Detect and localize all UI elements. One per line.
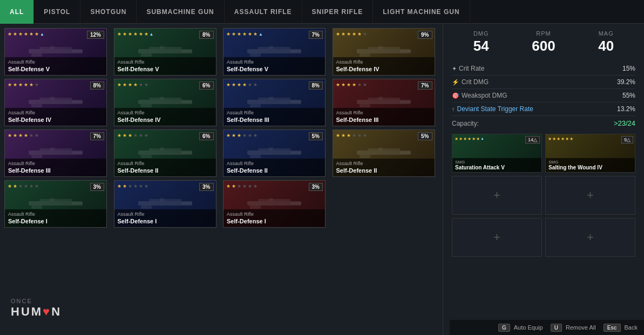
card-type: Assault Rifle (336, 161, 431, 167)
weapon-card[interactable]: ★★★★★★7%Assault Rifle Self-Defense III (4, 129, 107, 177)
weapon-card[interactable]: ★★★★★★6%Assault Rifle Self-Defense II (114, 129, 216, 177)
weapon-card[interactable]: ★★★★★★3%Assault Rifle Self-Defense I (4, 180, 107, 228)
star-filled: ★ (347, 133, 351, 138)
card-name: Self-Defense V (118, 65, 213, 73)
capacity-row: Capacity: >23/24 (452, 116, 635, 131)
svg-rect-16 (368, 47, 400, 49)
svg-rect-18 (400, 50, 411, 52)
star-filled: ★ (237, 133, 241, 138)
rpm-value: 600 (532, 38, 555, 54)
card-name: Self-Defense III (336, 116, 431, 124)
attr-value: 39.2% (617, 78, 635, 86)
capacity-label: Capacity: (452, 120, 479, 127)
svg-rect-1 (39, 47, 72, 49)
card-type: Assault Rifle (8, 59, 103, 65)
mod-star: ★ (463, 136, 467, 141)
svg-rect-17 (360, 53, 370, 57)
top-navigation: ALL PISTOL SHOTGUN SUBMACHINE GUN ASSAUL… (0, 0, 644, 24)
card-name: Self-Defense II (336, 167, 431, 174)
svg-rect-22 (31, 104, 42, 107)
mod-plus-icon: + (587, 188, 594, 202)
card-type: Assault Rifle (118, 59, 213, 65)
weapon-card[interactable]: ★★★★★★5%Assault Rifle Self-Defense II (223, 129, 326, 177)
attribute-row: ↑Deviant State Trigger Rate 13.2% (452, 102, 635, 116)
attr-label: ✦Crit Rate (452, 65, 484, 72)
weapon-card[interactable]: ★★★★★★3%Assault Rifle Self-Defense I (223, 180, 326, 228)
mod-slot[interactable]: + (545, 176, 635, 215)
mod-grid: 14△★★★★★★▲SMG Saturation Attack V9△★★★★★… (452, 134, 635, 257)
card-badge: 8% (199, 31, 213, 39)
weapon-card[interactable]: ★★★★★★8%Assault Rifle Self-Defense III (223, 79, 326, 126)
mod-star: ★ (476, 136, 480, 141)
tab-assault-rifle[interactable]: ASSAULT RIFLE (225, 0, 302, 24)
star-filled: ★ (347, 31, 351, 37)
svg-rect-54 (269, 147, 273, 151)
mod-slot[interactable]: + (452, 218, 542, 257)
star-filled: ★ (13, 82, 17, 87)
mod-slot[interactable]: 9△★★★★★★SMG Salting the Wound IV (545, 134, 635, 173)
card-badge: 9% (418, 31, 432, 39)
logo: ONCE HUM♥N (11, 298, 62, 319)
mag-label: MAG (598, 30, 614, 37)
svg-rect-12 (250, 53, 261, 57)
weapon-card[interactable]: ★★★★★★6%Assault Rifle Self-Defense IV (114, 79, 216, 126)
weapon-card[interactable]: ★★★★★★7%Assault Rifle Self-Defense III (333, 79, 435, 126)
weapon-card[interactable]: ★★★★★★▲7%Assault Rifle Self-Defense V (223, 28, 326, 76)
star-filled: ★ (18, 133, 23, 138)
weapon-card[interactable]: ★★★★★★▲8%Assault Rifle Self-Defense V (114, 28, 216, 76)
tab-light-machine-gun[interactable]: LIGHT MACHINE GUN (373, 0, 470, 24)
weapon-card[interactable]: ★★★★★★3%Assault Rifle Self-Defense I (114, 180, 216, 228)
tab-submachine-gun[interactable]: SUBMACHINE GUN (137, 0, 224, 24)
star-empty: ★ (18, 183, 23, 189)
svg-rect-28 (181, 101, 192, 103)
svg-rect-42 (31, 155, 42, 158)
svg-rect-67 (141, 206, 152, 209)
mod-slot[interactable]: + (452, 176, 542, 215)
card-badge: 7% (90, 132, 104, 140)
card-type: Assault Rifle (336, 59, 431, 65)
tab-sniper-rifle[interactable]: SNIPER RIFLE (302, 0, 374, 24)
attr-label[interactable]: ↑Deviant State Trigger Rate (452, 105, 533, 113)
mod-star: ★ (459, 136, 463, 141)
weapon-card[interactable]: ★★★★★★9%Assault Rifle Self-Defense IV (333, 28, 435, 76)
star-filled: ★ (352, 31, 356, 37)
svg-rect-53 (290, 152, 301, 154)
svg-rect-14 (269, 46, 273, 49)
star-filled: ★ (13, 31, 17, 37)
tab-pistol[interactable]: PISTOL (34, 0, 80, 24)
weapon-card[interactable]: ★★★★★★▲12%Assault Rifle Self-Defense V (4, 28, 107, 76)
svg-rect-2 (31, 53, 42, 57)
weapon-card[interactable]: ★★★★★★8%Assault Rifle Self-Defense IV (4, 79, 107, 126)
star-filled: ★ (13, 183, 17, 189)
star-empty: ★ (35, 133, 39, 138)
star-filled: ★ (357, 31, 362, 37)
mag-value: 40 (598, 38, 614, 54)
svg-rect-4 (50, 46, 55, 49)
card-type: Assault Rifle (118, 110, 213, 116)
star-filled: ★ (18, 31, 23, 37)
svg-rect-49 (160, 147, 164, 151)
card-badge: 7% (418, 81, 432, 90)
mod-type: SMG (548, 160, 632, 165)
card-type: Assault Rifle (8, 211, 103, 217)
weapon-card[interactable]: ★★★★★★5%Assault Rifle Self-Defense II (333, 129, 435, 177)
mod-slot[interactable]: + (545, 218, 635, 257)
svg-rect-47 (141, 155, 152, 158)
star-filled: ★ (29, 82, 33, 87)
star-empty: ★ (237, 183, 241, 189)
svg-rect-6 (149, 47, 181, 49)
svg-rect-44 (50, 147, 55, 151)
star-empty: ★ (29, 133, 33, 138)
star-empty: ★ (253, 82, 257, 87)
tab-shotgun[interactable]: SHOTGUN (80, 0, 137, 24)
svg-rect-37 (360, 104, 370, 107)
star-filled: ★ (123, 31, 127, 37)
attribute-row: ✦Crit Rate 15% (452, 62, 635, 76)
svg-rect-38 (400, 101, 411, 103)
mod-slot[interactable]: 14△★★★★★★▲SMG Saturation Attack V (452, 134, 542, 173)
dmg-stat: DMG 54 (473, 30, 489, 54)
tab-all[interactable]: ALL (0, 0, 34, 24)
card-name: Self-Defense III (8, 167, 103, 174)
svg-rect-71 (258, 199, 290, 201)
weapon-grid: ★★★★★★▲12%Assault Rifle Self-Defense V ★… (0, 24, 443, 335)
